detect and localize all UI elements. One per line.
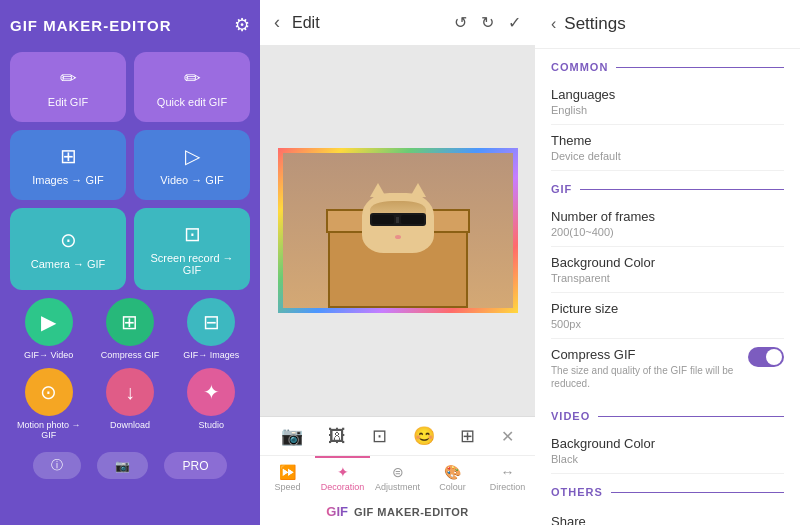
share-link[interactable]: Share xyxy=(551,504,784,525)
tab-adjustment-label: Adjustment xyxy=(375,482,420,492)
gif-section-label: GIF xyxy=(551,171,784,201)
pro-button[interactable]: PRO xyxy=(164,452,226,479)
download-label: Download xyxy=(110,420,150,430)
languages-row[interactable]: Languages English xyxy=(551,79,784,125)
camera-gif-icon: ⊙ xyxy=(60,228,77,252)
settings-title: Settings xyxy=(564,14,625,34)
toolbar-camera-icon[interactable]: 📷 xyxy=(281,425,303,447)
video-gif-icon: ▷ xyxy=(185,144,200,168)
gif-images-label: GIF→ Images xyxy=(183,350,239,360)
check-icon[interactable]: ✓ xyxy=(508,13,521,32)
footer-title: GIF MAKER-EDITOR xyxy=(354,506,469,518)
gif-container xyxy=(260,45,535,416)
images-gif-icon: ⊞ xyxy=(60,144,77,168)
picture-size-row[interactable]: Picture size 500px xyxy=(551,293,784,339)
tab-colour-label: Colour xyxy=(439,482,466,492)
video-bg-color-name: Background Color xyxy=(551,436,784,451)
compress-gif-icon: ⊞ xyxy=(106,298,154,346)
tab-direction[interactable]: ↔ Direction xyxy=(480,456,535,498)
video-bg-color-row[interactable]: Background Color Black xyxy=(551,428,784,474)
bg-color-value: Transparent xyxy=(551,272,784,284)
video-section-label: VIDEO xyxy=(551,398,784,428)
compress-gif-button[interactable]: ⊞ Compress GIF xyxy=(91,298,168,360)
others-section-label: OTHERS xyxy=(551,474,784,504)
images-gif-label: Images → GIF xyxy=(32,174,104,186)
compress-gif-toggle[interactable] xyxy=(748,347,784,367)
motion-photo-button[interactable]: ⊙ Motion photo → GIF xyxy=(10,368,87,440)
circle-buttons-row2: ⊙ Motion photo → GIF ↓ Download ✦ Studio xyxy=(10,368,250,440)
theme-row[interactable]: Theme Device default xyxy=(551,125,784,171)
toolbar-emoji-icon[interactable]: 😊 xyxy=(413,425,435,447)
settings-back-icon[interactable]: ‹ xyxy=(551,15,556,33)
studio-label: Studio xyxy=(199,420,225,430)
footer-logo: GIF xyxy=(326,504,348,519)
tab-speed[interactable]: ⏩ Speed xyxy=(260,456,315,498)
quick-edit-icon: ✏ xyxy=(184,66,201,90)
mid-header-icons: ↺ ↻ ✓ xyxy=(454,13,521,32)
video-gif-label: Video → GIF xyxy=(160,174,223,186)
redo-icon[interactable]: ↻ xyxy=(481,13,494,32)
gif-video-button[interactable]: ▶ GIF→ Video xyxy=(10,298,87,360)
main-buttons-grid: ✏ Edit GIF ✏ Quick edit GIF ⊞ Images → G… xyxy=(10,52,250,290)
gif-frame xyxy=(278,148,518,313)
studio-button[interactable]: ✦ Studio xyxy=(173,368,250,440)
tab-decoration[interactable]: ✦ Decoration xyxy=(315,456,370,498)
left-header: GIF MAKER-EDITOR ⚙ xyxy=(10,10,250,44)
motion-photo-icon: ⊙ xyxy=(25,368,73,416)
download-button[interactable]: ↓ Download xyxy=(91,368,168,440)
compress-gif-info: Compress GIF The size and quality of the… xyxy=(551,347,740,390)
studio-icon: ✦ xyxy=(187,368,235,416)
quick-edit-label: Quick edit GIF xyxy=(157,96,227,108)
edit-gif-icon: ✏ xyxy=(60,66,77,90)
bottom-row: ⓘ 📷 PRO xyxy=(10,448,250,479)
gear-icon[interactable]: ⚙ xyxy=(234,14,250,36)
camera-gif-label: Camera → GIF xyxy=(31,258,106,270)
picture-size-name: Picture size xyxy=(551,301,784,316)
bg-color-row[interactable]: Background Color Transparent xyxy=(551,247,784,293)
compress-gif-row: Compress GIF The size and quality of the… xyxy=(551,339,784,398)
languages-name: Languages xyxy=(551,87,784,102)
left-header-title: GIF MAKER-EDITOR xyxy=(10,17,172,34)
mid-panel: ‹ Edit ↺ ↻ ✓ xyxy=(260,0,535,525)
toolbar-add-icon[interactable]: ⊞ xyxy=(460,425,475,447)
toolbar-image-icon[interactable]: 🖼 xyxy=(328,426,346,447)
mid-back-icon[interactable]: ‹ xyxy=(274,12,280,33)
settings-content: COMMON Languages English Theme Device de… xyxy=(535,49,800,525)
motion-photo-label: Motion photo → GIF xyxy=(10,420,87,440)
pro-label: PRO xyxy=(182,459,208,473)
mid-header: ‹ Edit ↺ ↻ ✓ xyxy=(260,0,535,45)
theme-name: Theme xyxy=(551,133,784,148)
tab-decoration-icon: ✦ xyxy=(337,464,349,480)
screen-record-icon: ⊡ xyxy=(184,222,201,246)
compress-gif-desc: The size and quality of the GIF file wil… xyxy=(551,364,740,390)
gif-images-button[interactable]: ⊟ GIF→ Images xyxy=(173,298,250,360)
gif-video-icon: ▶ xyxy=(25,298,73,346)
undo-icon[interactable]: ↺ xyxy=(454,13,467,32)
tab-colour[interactable]: 🎨 Colour xyxy=(425,456,480,498)
tab-adjustment-icon: ⊜ xyxy=(392,464,404,480)
gif-images-icon: ⊟ xyxy=(187,298,235,346)
tab-speed-label: Speed xyxy=(274,482,300,492)
picture-size-value: 500px xyxy=(551,318,784,330)
toolbar-crop-icon[interactable]: ⊡ xyxy=(372,425,387,447)
toolbar-close-icon[interactable]: ✕ xyxy=(501,427,514,446)
edit-gif-button[interactable]: ✏ Edit GIF xyxy=(10,52,126,122)
tab-speed-icon: ⏩ xyxy=(279,464,296,480)
images-gif-button[interactable]: ⊞ Images → GIF xyxy=(10,130,126,200)
tab-direction-label: Direction xyxy=(490,482,526,492)
camera-bottom-icon: 📷 xyxy=(115,459,130,473)
camera-bottom-button[interactable]: 📷 xyxy=(97,452,148,479)
theme-value: Device default xyxy=(551,150,784,162)
languages-value: English xyxy=(551,104,784,116)
screen-record-button[interactable]: ⊡ Screen record → GIF xyxy=(134,208,250,290)
tab-adjustment[interactable]: ⊜ Adjustment xyxy=(370,456,425,498)
num-frames-row[interactable]: Number of frames 200(10~400) xyxy=(551,201,784,247)
quick-edit-gif-button[interactable]: ✏ Quick edit GIF xyxy=(134,52,250,122)
compress-gif-name: Compress GIF xyxy=(551,347,740,362)
camera-gif-button[interactable]: ⊙ Camera → GIF xyxy=(10,208,126,290)
video-gif-button[interactable]: ▷ Video → GIF xyxy=(134,130,250,200)
mid-footer: GIF GIF MAKER-EDITOR xyxy=(260,498,535,525)
info-button[interactable]: ⓘ xyxy=(33,452,81,479)
num-frames-name: Number of frames xyxy=(551,209,784,224)
video-bg-color-value: Black xyxy=(551,453,784,465)
